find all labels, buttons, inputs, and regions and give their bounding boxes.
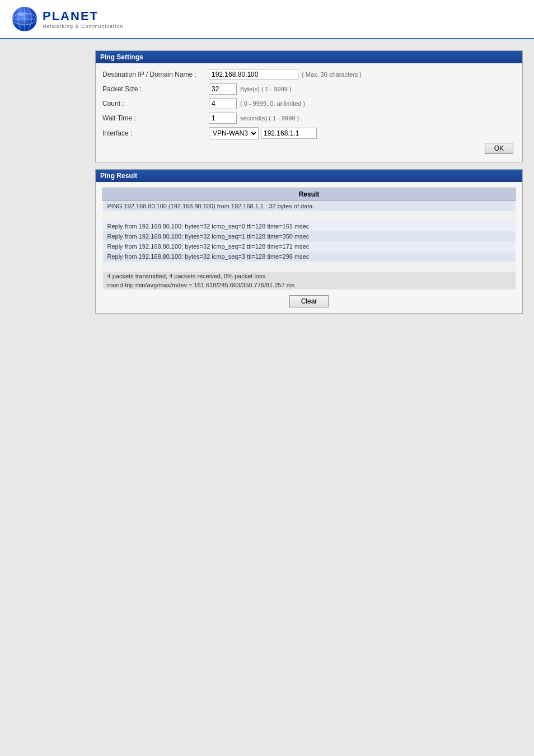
table-row [103,211,516,221]
company-subtitle: Networking & Communication [43,24,124,29]
packet-size-hint: Byte(s) ( 1 - 9999 ) [240,86,292,92]
ping-result-box: Ping Result Result PING 192.168.80.100 (… [95,169,523,314]
ok-button[interactable]: OK [485,143,513,154]
result-cell: Reply from 192.168.80.100: bytes=32 icmp… [103,221,516,231]
result-cell-blank [103,211,516,221]
packet-size-row: Packet Size : Byte(s) ( 1 - 9999 ) [102,83,516,95]
interface-ip-input[interactable] [261,128,317,139]
main-content: Ping Settings Destination IP / Domain Na… [0,39,534,332]
destination-row: Destination IP / Domain Name : ( Max. 30… [102,69,516,80]
clear-row: Clear [102,295,516,307]
page-wrapper: PLANET Networking & Communication Ping S… [0,0,534,756]
wait-time-label: Wait Time : [102,114,209,122]
packet-size-label: Packet Size : [102,85,209,93]
result-column-header: Result [103,188,516,201]
destination-input[interactable] [209,69,298,80]
table-row: Reply from 192.168.80.100: bytes=32 icmp… [103,231,516,241]
table-row: round-trip min/avg/max/mdev = 161.618/24… [103,281,516,290]
ok-row: OK [102,143,516,154]
count-label: Count : [102,100,209,108]
table-row: PING 192.168.80.100 (192.168.80.100) fro… [103,201,516,212]
result-cell-blank [103,262,516,272]
interface-row: Interface : VPN-WAN3 [102,127,516,139]
count-row: Count : ( 0 - 9999, 0: unlimited ) [102,98,516,109]
company-name: PLANET [43,9,124,24]
header: PLANET Networking & Communication [0,0,534,39]
logo-area: PLANET Networking & Communication [11,6,124,32]
ping-settings-header: Ping Settings [96,51,522,63]
wait-time-input[interactable] [209,113,237,124]
interface-label: Interface : [102,129,209,137]
table-row [103,262,516,272]
count-input[interactable] [209,98,237,109]
result-cell: Reply from 192.168.80.100: bytes=32 icmp… [103,241,516,251]
result-table: Result PING 192.168.80.100 (192.168.80.1… [102,188,516,290]
interface-select[interactable]: VPN-WAN3 [209,127,259,139]
ping-result-header: Ping Result [96,170,522,182]
ping-settings-body: Destination IP / Domain Name : ( Max. 30… [96,63,522,162]
result-cell: PING 192.168.80.100 (192.168.80.100) fro… [103,201,516,212]
count-hint: ( 0 - 9999, 0: unlimited ) [240,100,305,107]
table-row: Reply from 192.168.80.100: bytes=32 icmp… [103,241,516,251]
table-row: Reply from 192.168.80.100: bytes=32 icmp… [103,251,516,262]
wait-time-hint: second(s) ( 1 - 9999 ) [240,115,299,122]
packet-size-input[interactable] [209,83,237,95]
svg-point-5 [18,13,24,16]
destination-label: Destination IP / Domain Name : [102,71,209,78]
result-cell-summary: round-trip min/avg/max/mdev = 161.618/24… [103,281,516,290]
result-cell: Reply from 192.168.80.100: bytes=32 icmp… [103,251,516,262]
clear-button[interactable]: Clear [289,295,329,307]
wait-time-row: Wait Time : second(s) ( 1 - 9999 ) [102,113,516,124]
table-row: 4 packets transmitted, 4 packets receive… [103,272,516,281]
destination-hint: ( Max. 30 characters ) [302,71,362,78]
logo-text: PLANET Networking & Communication [43,9,124,29]
result-cell: Reply from 192.168.80.100: bytes=32 icmp… [103,231,516,241]
result-cell-summary: 4 packets transmitted, 4 packets receive… [103,272,516,281]
ping-settings-box: Ping Settings Destination IP / Domain Na… [95,50,523,162]
ping-result-body: Result PING 192.168.80.100 (192.168.80.1… [96,182,522,313]
table-row: Reply from 192.168.80.100: bytes=32 icmp… [103,221,516,231]
logo-icon [11,6,38,32]
